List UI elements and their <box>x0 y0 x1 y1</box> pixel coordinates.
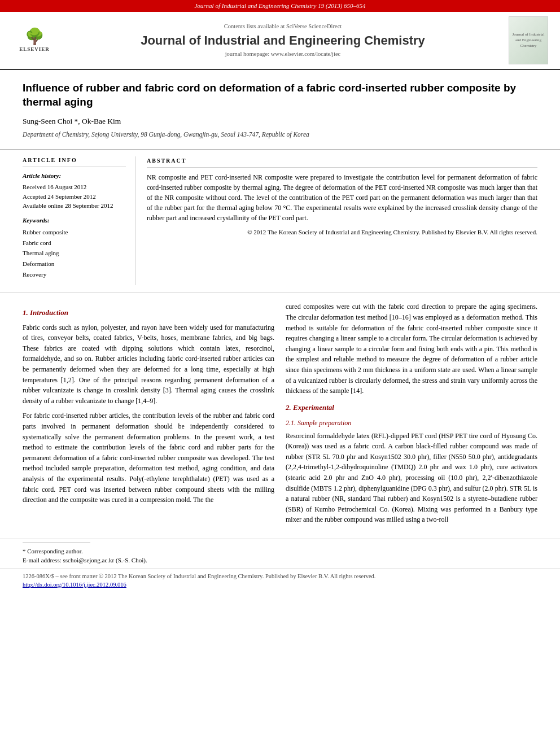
bottom-bar: 1226-086X/$ – see front matter © 2012 Th… <box>0 569 560 592</box>
journal-title: Journal of Industrial and Engineering Ch… <box>67 33 499 48</box>
article-history-label: Article history: <box>23 172 126 180</box>
keyword-1: Rubber composite <box>23 227 126 238</box>
abstract-column: ABSTRACT NR composite and PET cord-inser… <box>147 156 537 286</box>
intro-para1: Fabric cords such as nylon, polyester, a… <box>23 322 274 407</box>
elsevier-logo: 🌳 ELSEVIER <box>12 25 57 56</box>
article-info-column: ARTICLE INFO Article history: Received 1… <box>23 156 135 286</box>
sciverse-text: Contents lists available at SciVerse Sci… <box>224 23 342 29</box>
article-history-section: Article history: Received 16 August 2012… <box>23 172 126 211</box>
article-affiliation: Department of Chemistry, Sejong Universi… <box>23 130 537 139</box>
keyword-3: Thermal aging <box>23 248 126 259</box>
article-info-abstract-section: ARTICLE INFO Article history: Received 1… <box>0 150 560 293</box>
article-info-label: ARTICLE INFO <box>23 156 126 167</box>
right-column: cured composites were cut with the fabri… <box>286 302 537 529</box>
journal-title-section: Contents lists available at SciVerse Sci… <box>67 23 499 59</box>
corresponding-author-note: * Corresponding author. <box>23 547 537 556</box>
sample-preparation-heading: 2.1. Sample preparation <box>286 418 537 429</box>
article-title-section: Influence of rubber and fabric cord on d… <box>0 70 560 149</box>
abstract-label: ABSTRACT <box>147 156 537 168</box>
sample-para: Resorcinol formaldehyde latex (RFL)-dipp… <box>286 431 537 525</box>
keyword-4: Deformation <box>23 259 126 269</box>
elsevier-tree-icon: 🌳 <box>25 29 45 45</box>
elsevier-logo-section: 🌳 ELSEVIER <box>9 25 60 56</box>
keywords-section: Keywords: Rubber composite Fabric cord T… <box>23 216 126 280</box>
the-word: the <box>205 496 214 504</box>
experimental-number: 2. <box>286 403 291 412</box>
banner-text: Journal of Industrial and Engineering Ch… <box>194 2 365 9</box>
keywords-list: Rubber composite Fabric cord Thermal agi… <box>23 227 126 279</box>
journal-cover-image: Journal of Industrial and Engineering Ch… <box>509 16 548 64</box>
main-content: 1. Introduction Fabric cords such as nyl… <box>0 292 560 538</box>
intro-number: 1. <box>23 308 28 317</box>
experimental-title: Experimental <box>293 403 334 412</box>
left-column: 1. Introduction Fabric cords such as nyl… <box>23 302 274 529</box>
intro-para2: For fabric cord-inserted rubber articles… <box>23 410 274 505</box>
sample-title: Sample preparation <box>298 419 351 427</box>
article-title: Influence of rubber and fabric cord on d… <box>23 81 537 109</box>
footnote-divider <box>23 543 90 543</box>
doi-text[interactable]: http://dx.doi.org/10.1016/j.jiec.2012.09… <box>23 581 537 589</box>
journal-cover-section: Journal of Industrial and Engineering Ch… <box>506 16 551 64</box>
sample-number: 2.1. <box>286 419 296 427</box>
available-date: Available online 28 September 2012 <box>23 201 126 211</box>
email-label: E-mail address: <box>23 557 62 563</box>
journal-homepage: journal homepage: www.elsevier.com/locat… <box>67 50 499 59</box>
elsevier-label: ELSEVIER <box>19 46 50 53</box>
intro-heading: 1. Introduction <box>23 307 274 318</box>
right-para1: cured composites were cut with the fabri… <box>286 302 537 396</box>
abstract-copyright: © 2012 The Korean Society of Industrial … <box>147 228 537 237</box>
intro-title: Introduction <box>30 308 68 317</box>
article-authors: Sung-Seen Choi *, Ok-Bae Kim <box>23 116 537 127</box>
journal-banner: Journal of Industrial and Engineering Ch… <box>0 0 560 12</box>
sciverse-line: Contents lists available at SciVerse Sci… <box>67 23 499 31</box>
keyword-2: Fabric cord <box>23 238 126 248</box>
keyword-5: Recovery <box>23 269 126 280</box>
abstract-text: NR composite and PET cord-inserted NR co… <box>147 172 537 223</box>
footnote-section: * Corresponding author. E-mail address: … <box>0 539 560 569</box>
email-value: sschoi@sejong.ac.kr (S.-S. Choi). <box>63 557 147 563</box>
corresponding-label: * Corresponding author. <box>23 548 83 554</box>
email-note: E-mail address: sschoi@sejong.ac.kr (S.-… <box>23 556 537 565</box>
journal-header: 🌳 ELSEVIER Contents lists available at S… <box>0 12 560 70</box>
experimental-heading: 2. Experimental <box>286 402 537 413</box>
accepted-date: Accepted 24 September 2012 <box>23 192 126 202</box>
received-date: Received 16 August 2012 <box>23 182 126 192</box>
keywords-label: Keywords: <box>23 216 126 225</box>
issn-text: 1226-086X/$ – see front matter © 2012 Th… <box>23 573 537 581</box>
